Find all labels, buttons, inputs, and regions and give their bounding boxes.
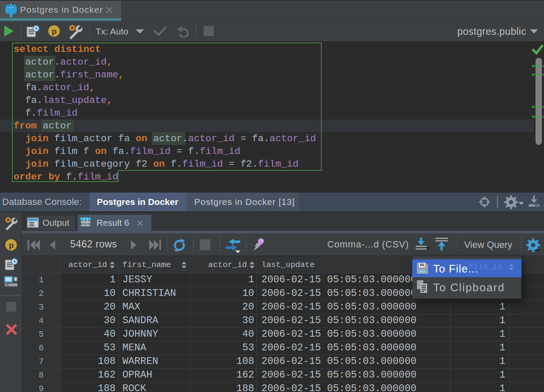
svg-text:p: p bbox=[52, 27, 57, 36]
svg-text:p: p bbox=[9, 241, 14, 250]
